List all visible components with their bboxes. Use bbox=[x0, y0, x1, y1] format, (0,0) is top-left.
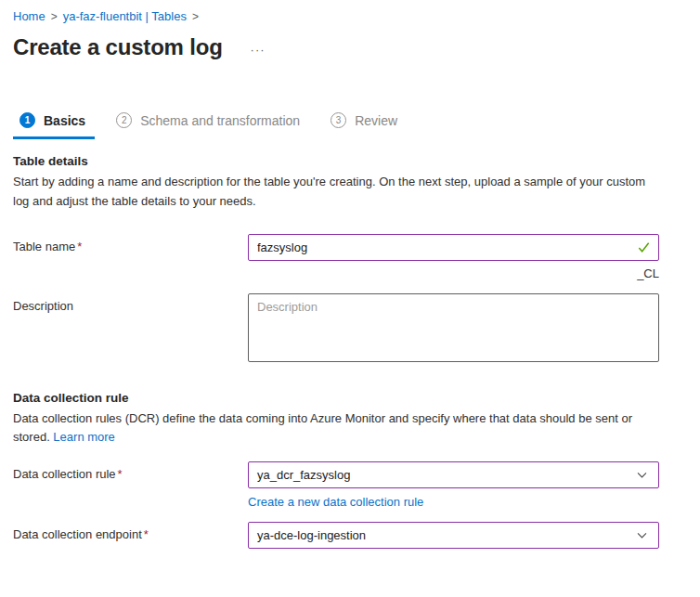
dcr-label: Data collection rule* bbox=[13, 461, 248, 481]
table-name-input[interactable] bbox=[248, 234, 659, 261]
description-row: Description bbox=[13, 293, 687, 365]
dce-selected-value: ya-dce-log-ingestion bbox=[257, 528, 366, 542]
dce-label: Data collection endpoint* bbox=[13, 522, 248, 541]
tab-schema-and-transformation[interactable]: 2 Schema and transformation bbox=[110, 110, 309, 139]
title-row: Create a custom log ··· bbox=[13, 34, 687, 60]
breadcrumb: Home > ya-faz-fluentbit | Tables > bbox=[13, 9, 687, 23]
data-collection-rule-dropdown[interactable]: ya_dcr_fazsyslog bbox=[248, 461, 659, 488]
dcr-row: Data collection rule* ya_dcr_fazsyslog C… bbox=[13, 461, 687, 509]
table-details-description: Start by adding a name and description f… bbox=[13, 173, 657, 212]
required-asterisk: * bbox=[118, 467, 123, 481]
data-collection-endpoint-dropdown[interactable]: ya-dce-log-ingestion bbox=[248, 522, 659, 549]
dcr-selected-value: ya_dcr_fazsyslog bbox=[257, 468, 350, 482]
table-name-label: Table name* bbox=[13, 234, 248, 253]
tab-basics[interactable]: 1 Basics bbox=[13, 110, 95, 139]
data-collection-rule-section: Data collection rule Data collection rul… bbox=[13, 391, 687, 550]
chevron-down-icon bbox=[636, 529, 648, 541]
chevron-down-icon bbox=[636, 469, 648, 481]
wizard-tabs: 1 Basics 2 Schema and transformation 3 R… bbox=[13, 110, 687, 139]
learn-more-link[interactable]: Learn more bbox=[53, 430, 114, 444]
required-asterisk: * bbox=[77, 240, 82, 253]
table-name-suffix: _CL bbox=[248, 266, 659, 280]
description-label: Description bbox=[13, 293, 248, 313]
breadcrumb-separator-icon: > bbox=[51, 10, 58, 23]
description-textarea[interactable] bbox=[248, 293, 659, 362]
table-name-row: Table name* _CL bbox=[13, 234, 687, 280]
create-new-dcr-link[interactable]: Create a new data collection rule bbox=[248, 495, 423, 509]
dce-row: Data collection endpoint* ya-dce-log-ing… bbox=[13, 522, 687, 549]
step-2-circle: 2 bbox=[116, 112, 132, 128]
page-title: Create a custom log bbox=[13, 34, 223, 60]
tab-basics-label: Basics bbox=[44, 113, 85, 128]
tab-schema-label: Schema and transformation bbox=[140, 113, 300, 128]
table-details-heading: Table details bbox=[13, 154, 687, 168]
more-options-icon[interactable]: ··· bbox=[251, 44, 266, 56]
breadcrumb-separator-icon: > bbox=[192, 10, 199, 23]
dcr-heading: Data collection rule bbox=[13, 391, 687, 405]
step-1-circle: 1 bbox=[19, 112, 35, 128]
breadcrumb-link-workspace-tables[interactable]: ya-faz-fluentbit | Tables bbox=[63, 9, 187, 23]
table-details-section: Table details Start by adding a name and… bbox=[13, 154, 687, 365]
create-custom-log-page: Home > ya-faz-fluentbit | Tables > Creat… bbox=[0, 0, 700, 549]
tab-review[interactable]: 3 Review bbox=[324, 110, 407, 139]
breadcrumb-link-home[interactable]: Home bbox=[13, 9, 45, 23]
required-asterisk: * bbox=[144, 527, 149, 541]
step-3-circle: 3 bbox=[331, 112, 346, 128]
dcr-description: Data collection rules (DCR) define the d… bbox=[13, 409, 657, 448]
tab-review-label: Review bbox=[355, 113, 397, 128]
